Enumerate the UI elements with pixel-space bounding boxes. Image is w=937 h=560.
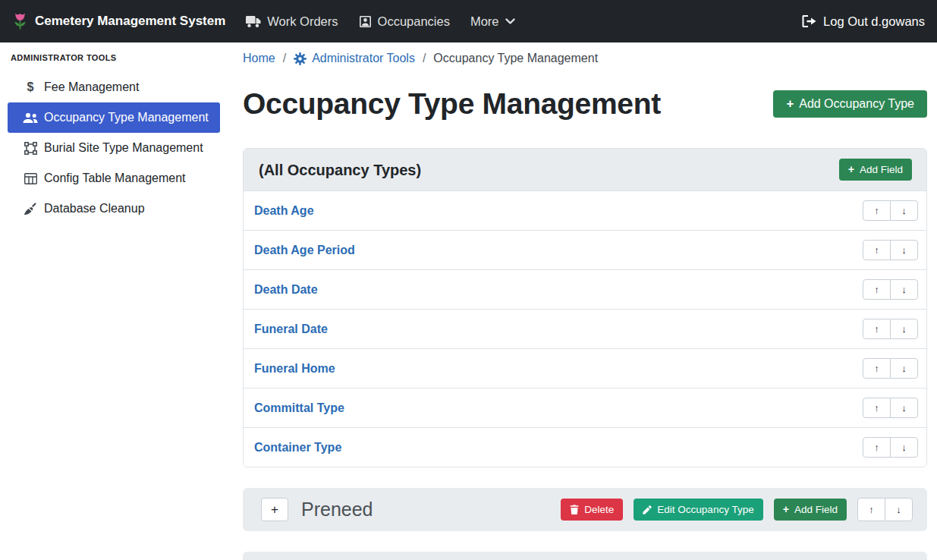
- tulip-logo-icon: [12, 11, 28, 31]
- breadcrumb-admin-tools-label: Administrator Tools: [312, 52, 415, 65]
- sidebar: ADMINISTRATOR TOOLS $ Fee Management: [0, 42, 228, 560]
- logout-label: Log Out d.gowans: [823, 14, 925, 29]
- arrow-up-icon: ↑: [874, 363, 879, 374]
- chevron-down-icon: [505, 18, 515, 25]
- title-row: Occupancy Type Management + Add Occupanc…: [243, 85, 927, 123]
- move-down-button[interactable]: ↓: [890, 319, 918, 339]
- all-occupancy-types-card: (All Occupancy Types) + Add Field Death …: [243, 148, 927, 467]
- arrow-up-icon: ↑: [874, 442, 879, 453]
- move-down-button[interactable]: ↓: [890, 437, 918, 458]
- field-link-funeral-home[interactable]: Funeral Home: [254, 360, 335, 377]
- add-occupancy-type-button[interactable]: + Add Occupancy Type: [773, 90, 927, 118]
- reorder-group: ↑ ↓: [863, 398, 918, 418]
- field-row: Committal Type ↑ ↓: [244, 388, 926, 427]
- sidebar-heading: ADMINISTRATOR TOOLS: [8, 53, 220, 72]
- occupancy-type-title: Preneed: [301, 498, 561, 521]
- card-title: (All Occupancy Types): [259, 162, 421, 178]
- field-link-funeral-date[interactable]: Funeral Date: [254, 321, 328, 338]
- occupancy-type-section-interment: + Interment Delete: [243, 552, 927, 560]
- breadcrumb-separator: /: [423, 52, 426, 65]
- nav-work-orders-label: Work Orders: [267, 14, 338, 29]
- card-header: (All Occupancy Types) + Add Field: [244, 149, 926, 190]
- navbar-links: Work Orders Occupancies More: [246, 14, 514, 29]
- nav-work-orders[interactable]: Work Orders: [246, 14, 338, 29]
- field-row: Death Age ↑ ↓: [244, 190, 926, 230]
- broom-icon: [23, 203, 38, 216]
- section-actions: Delete Edit Occupancy Type + A: [561, 498, 913, 521]
- occupancy-type-section-preneed: + Preneed Delete: [243, 488, 927, 531]
- plus-icon: +: [783, 504, 789, 514]
- logout-button[interactable]: Log Out d.gowans: [802, 14, 925, 29]
- move-up-button[interactable]: ↑: [857, 498, 885, 521]
- edit-occupancy-type-button[interactable]: Edit Occupancy Type: [634, 499, 762, 521]
- reorder-group: ↑ ↓: [863, 240, 918, 260]
- delete-label: Delete: [584, 504, 614, 515]
- reorder-group: ↑ ↓: [863, 200, 918, 221]
- users-icon: [23, 112, 38, 124]
- breadcrumb-admin-tools-link[interactable]: Administrator Tools: [294, 52, 415, 65]
- move-up-button[interactable]: ↑: [863, 358, 891, 379]
- expand-button[interactable]: +: [261, 498, 288, 521]
- arrow-down-icon: ↓: [901, 205, 907, 216]
- move-up-button[interactable]: ↑: [863, 200, 891, 221]
- dollar-icon: $: [23, 80, 38, 94]
- arrow-down-icon: ↓: [901, 244, 907, 256]
- sidebar-item-burial-site-type-management[interactable]: Burial Site Type Management: [8, 133, 220, 163]
- sidebar-item-config-table-management[interactable]: Config Table Management: [8, 163, 220, 193]
- add-occupancy-type-label: Add Occupancy Type: [799, 97, 914, 111]
- field-row: Death Age Period ↑ ↓: [244, 230, 926, 269]
- field-link-container-type[interactable]: Container Type: [254, 439, 341, 456]
- arrow-down-icon: ↓: [901, 363, 907, 374]
- arrow-down-icon: ↓: [901, 323, 907, 335]
- main-content: Home / Administrator Tools: [228, 42, 937, 560]
- arrow-down-icon: ↓: [901, 442, 907, 453]
- field-link-death-age-period[interactable]: Death Age Period: [254, 242, 355, 259]
- field-row: Container Type ↑ ↓: [244, 427, 926, 467]
- move-up-button[interactable]: ↑: [863, 437, 891, 458]
- field-link-death-age[interactable]: Death Age: [254, 203, 314, 219]
- move-down-button[interactable]: ↓: [890, 240, 918, 260]
- breadcrumb-current: Occupancy Type Management: [433, 52, 598, 65]
- nav-more[interactable]: More: [470, 14, 515, 29]
- reorder-group: ↑ ↓: [857, 498, 913, 521]
- page-shell: ADMINISTRATOR TOOLS $ Fee Management: [0, 42, 937, 560]
- reorder-group: ↑ ↓: [863, 437, 918, 458]
- move-up-button[interactable]: ↑: [863, 398, 891, 418]
- move-up-button[interactable]: ↑: [863, 240, 891, 260]
- sidebar-item-label: Fee Management: [44, 80, 139, 94]
- arrow-down-icon: ↓: [901, 402, 907, 414]
- move-down-button[interactable]: ↓: [890, 398, 918, 418]
- field-row: Funeral Home ↑ ↓: [244, 348, 926, 388]
- breadcrumb-home-link[interactable]: Home: [243, 52, 275, 65]
- truck-icon: [246, 15, 261, 28]
- sidebar-item-label: Burial Site Type Management: [44, 141, 203, 155]
- portrait-icon: [359, 15, 372, 28]
- arrow-up-icon: ↑: [869, 504, 874, 515]
- field-link-committal-type[interactable]: Committal Type: [254, 400, 344, 417]
- delete-button[interactable]: Delete: [561, 499, 623, 521]
- nav-occupancies[interactable]: Occupancies: [359, 14, 450, 29]
- brand-link[interactable]: Cemetery Management System: [12, 11, 225, 31]
- nav-more-label: More: [470, 14, 499, 29]
- move-down-button[interactable]: ↓: [885, 498, 913, 521]
- move-down-button[interactable]: ↓: [890, 279, 918, 300]
- move-up-button[interactable]: ↑: [863, 279, 891, 300]
- reorder-group: ↑ ↓: [863, 319, 918, 339]
- field-link-death-date[interactable]: Death Date: [254, 282, 318, 298]
- add-field-button[interactable]: + Add Field: [774, 499, 847, 521]
- add-field-button[interactable]: + Add Field: [839, 159, 912, 181]
- gear-icon: [294, 52, 307, 65]
- move-up-button[interactable]: ↑: [863, 319, 891, 339]
- app-root: Cemetery Management System Work Orders: [0, 0, 937, 560]
- move-down-button[interactable]: ↓: [890, 200, 918, 221]
- trash-icon: [570, 505, 579, 514]
- arrow-up-icon: ↑: [874, 244, 879, 256]
- sidebar-item-fee-management[interactable]: $ Fee Management: [8, 72, 220, 102]
- move-down-button[interactable]: ↓: [890, 358, 918, 379]
- sidebar-item-label: Occupancy Type Management: [44, 111, 209, 124]
- sidebar-item-database-cleanup[interactable]: Database Cleanup: [8, 193, 220, 224]
- sidebar-item-occupancy-type-management[interactable]: Occupancy Type Management: [8, 102, 220, 133]
- reorder-group: ↑ ↓: [863, 358, 918, 379]
- edit-label: Edit Occupancy Type: [657, 504, 753, 515]
- table-icon: [23, 173, 38, 184]
